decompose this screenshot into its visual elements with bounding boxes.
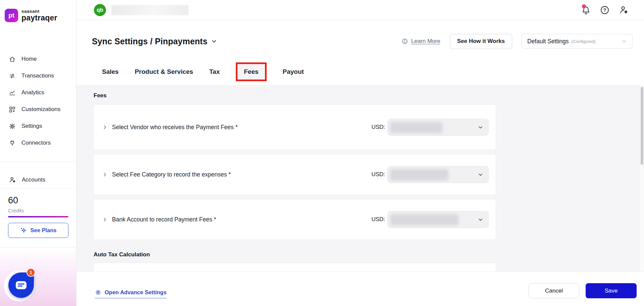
quickbooks-icon: qb bbox=[94, 4, 106, 16]
page-title: Sync Settings / Pinpayments bbox=[92, 37, 207, 46]
bank-account-label: Bank Account to record Payment Fees * bbox=[112, 216, 216, 223]
chevron-down-icon bbox=[477, 171, 484, 178]
cancel-button[interactable]: Cancel bbox=[529, 283, 579, 298]
user-gear-icon bbox=[9, 176, 16, 184]
chevron-down-icon bbox=[621, 38, 628, 45]
svg-text:?: ? bbox=[603, 7, 606, 13]
chat-widget: 1 bbox=[3, 269, 40, 305]
fee-category-select[interactable] bbox=[387, 166, 489, 183]
expand-chevron-right-icon[interactable] bbox=[102, 172, 108, 177]
open-advance-settings-label: Open Advance Settings bbox=[105, 289, 167, 296]
sidebar-item-analytics[interactable]: Analytics bbox=[0, 84, 76, 101]
expand-chevron-right-icon[interactable] bbox=[102, 217, 108, 222]
home-icon bbox=[9, 56, 16, 63]
credits-panel: 60 Credits bbox=[0, 189, 76, 217]
open-advance-settings-link[interactable]: Open Advance Settings bbox=[95, 289, 167, 298]
sidebar-item-customizations[interactable]: Customizations bbox=[0, 101, 76, 118]
save-button[interactable]: Save bbox=[586, 283, 637, 298]
title-chevron-down-icon[interactable] bbox=[210, 38, 218, 45]
customizations-icon bbox=[9, 106, 16, 113]
brand-name-top: saasant bbox=[21, 9, 57, 14]
fees-settings-panel: Fees Select Vendor who receives the Paym… bbox=[76, 85, 644, 272]
section-title-fees: Fees bbox=[94, 92, 644, 99]
scrollbar-track[interactable] bbox=[639, 85, 644, 272]
sparkle-icon bbox=[20, 227, 27, 234]
fee-category-label: Select Fee Category to record the expens… bbox=[112, 171, 231, 178]
sidebar-item-label: Settings bbox=[21, 123, 42, 130]
settings-profile-value: Default Settings bbox=[527, 38, 569, 45]
sidebar: pt saasant paytraqer Home Transactions A… bbox=[0, 0, 76, 306]
footer-action-bar: Open Advance Settings Cancel Save bbox=[76, 272, 644, 306]
fee-vendor-row: Select Vendor who receives the Payment F… bbox=[94, 104, 496, 150]
page-header: Sync Settings / Pinpayments Learn More S… bbox=[76, 20, 644, 62]
notification-dot bbox=[582, 4, 586, 8]
currency-label: USD: bbox=[371, 216, 385, 223]
expand-chevron-right-icon[interactable] bbox=[102, 124, 108, 130]
brand-logo[interactable]: pt saasant paytraqer bbox=[0, 0, 76, 22]
plug-icon bbox=[9, 140, 16, 147]
section-title-auto-tax: Auto Tax Calculation bbox=[94, 251, 644, 258]
currency-label: USD: bbox=[371, 171, 385, 178]
tab-fees-annotation-box: Fees bbox=[236, 62, 266, 81]
auto-tax-card-partial bbox=[94, 263, 496, 273]
brand-logo-icon: pt bbox=[5, 9, 18, 22]
chevron-down-icon bbox=[477, 124, 484, 131]
sidebar-item-home[interactable]: Home bbox=[0, 51, 76, 67]
credits-label: Credits bbox=[8, 208, 68, 213]
sidebar-item-label: Accounts bbox=[22, 176, 45, 183]
brand-name-bottom: paytraqer bbox=[21, 14, 57, 22]
redacted-value bbox=[390, 169, 448, 181]
chevron-down-icon bbox=[477, 216, 484, 223]
redacted-value bbox=[390, 122, 442, 133]
learn-more-link[interactable]: Learn More bbox=[401, 38, 440, 45]
transactions-icon bbox=[9, 72, 16, 80]
chat-unread-badge: 1 bbox=[26, 268, 35, 277]
gear-icon bbox=[9, 123, 16, 130]
tab-tax[interactable]: Tax bbox=[209, 62, 220, 81]
settings-profile-badge: (Configured) bbox=[572, 39, 596, 44]
gear-icon bbox=[95, 289, 101, 296]
sidebar-item-label: Analytics bbox=[21, 89, 44, 96]
quickbooks-connection[interactable]: qb bbox=[94, 4, 189, 16]
sidebar-item-settings[interactable]: Settings bbox=[0, 118, 76, 135]
see-how-it-works-button[interactable]: See How it Works bbox=[450, 34, 512, 49]
fee-vendor-label: Select Vendor who receives the Payment F… bbox=[112, 124, 238, 131]
notifications-button[interactable] bbox=[581, 5, 591, 15]
sidebar-item-label: Transactions bbox=[21, 72, 54, 79]
learn-more-label: Learn More bbox=[411, 38, 440, 45]
fee-vendor-select[interactable] bbox=[387, 119, 489, 136]
fee-category-row: Select Fee Category to record the expens… bbox=[94, 154, 496, 195]
bank-account-select[interactable] bbox=[387, 211, 489, 228]
tab-sales[interactable]: Sales bbox=[102, 62, 119, 81]
scrollbar-thumb[interactable] bbox=[641, 87, 643, 165]
company-name-redacted bbox=[111, 5, 189, 15]
chat-bubble-icon bbox=[16, 281, 26, 289]
redacted-value bbox=[390, 214, 459, 225]
currency-label: USD: bbox=[371, 124, 385, 131]
sidebar-nav: Home Transactions Analytics Customizatio… bbox=[0, 51, 76, 151]
see-plans-button[interactable]: See Plans bbox=[8, 223, 68, 238]
tab-product-services[interactable]: Product & Services bbox=[135, 62, 193, 81]
see-plans-label: See Plans bbox=[31, 227, 57, 234]
info-icon bbox=[401, 38, 408, 45]
sidebar-item-accounts[interactable]: Accounts bbox=[0, 171, 76, 188]
user-gear-icon bbox=[619, 5, 629, 15]
credits-progress-bar bbox=[8, 216, 68, 217]
sidebar-item-connectors[interactable]: Connectors bbox=[0, 135, 76, 151]
brand-monogram: pt bbox=[8, 12, 14, 19]
account-menu-button[interactable] bbox=[619, 5, 629, 15]
help-icon: ? bbox=[600, 5, 610, 15]
sync-settings-tabs: Sales Product & Services Tax Fees Payout bbox=[76, 62, 644, 85]
sidebar-divider bbox=[0, 161, 76, 162]
sidebar-item-label: Customizations bbox=[21, 106, 60, 113]
settings-profile-dropdown[interactable]: Default Settings (Configured) bbox=[522, 34, 633, 49]
credits-value: 60 bbox=[8, 195, 68, 206]
bank-account-row: Bank Account to record Payment Fees * US… bbox=[94, 199, 496, 240]
help-button[interactable]: ? bbox=[600, 5, 610, 15]
tab-fees[interactable]: Fees bbox=[244, 68, 258, 75]
tab-payout[interactable]: Payout bbox=[283, 62, 304, 81]
top-bar: qb ? bbox=[76, 0, 644, 20]
sidebar-item-transactions[interactable]: Transactions bbox=[0, 67, 76, 84]
sidebar-item-label: Home bbox=[21, 56, 37, 62]
sidebar-item-label: Connectors bbox=[21, 140, 51, 146]
